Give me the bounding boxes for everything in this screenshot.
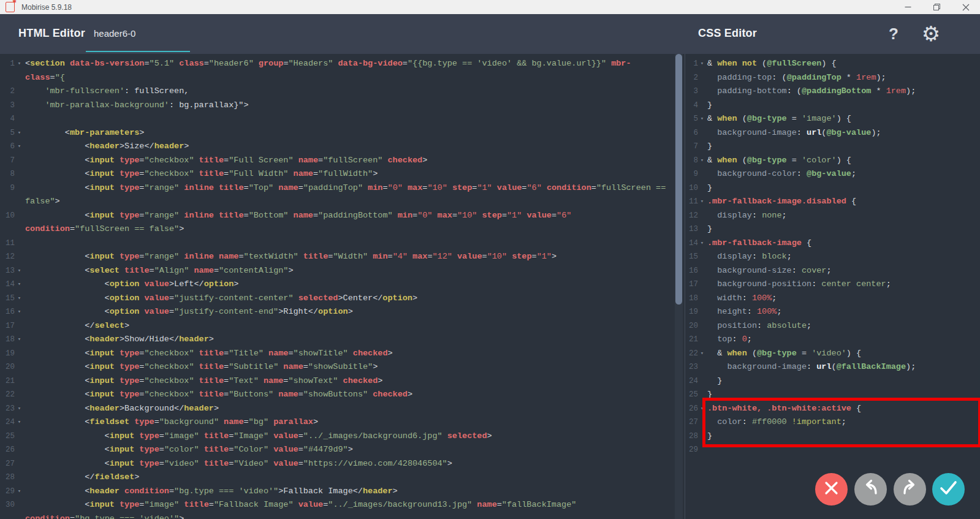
redo-icon	[894, 472, 926, 507]
fold-arrow-icon[interactable]: ▾	[15, 264, 24, 278]
line-number: 15	[688, 250, 698, 264]
fold-gutter	[15, 112, 24, 126]
help-icon[interactable]: ?	[883, 21, 904, 47]
fold-arrow-icon[interactable]: ▾	[698, 347, 706, 361]
code-line: 17 </select>	[0, 319, 675, 333]
code-line: 13}	[685, 222, 980, 237]
code-line: 7 <input type="checkbox" title="Full Scr…	[0, 154, 675, 168]
fold-gutter	[698, 388, 706, 402]
line-number: 9	[688, 167, 698, 181]
line-number: 7	[2, 154, 15, 168]
line-number: 30	[2, 498, 15, 512]
fold-gutter	[15, 388, 24, 402]
fold-arrow-icon[interactable]: ▾	[15, 292, 24, 306]
cancel-button[interactable]	[815, 473, 848, 506]
line-number: 17	[2, 319, 15, 333]
code-line: 6▾ <header>Size</header>	[0, 140, 675, 154]
line-number: 3	[688, 85, 698, 99]
tab-active-underline	[86, 51, 190, 52]
code-line: 13▾ <select title="Align" name="contentA…	[0, 264, 675, 278]
code-line: 12 display: none;	[685, 209, 980, 223]
fold-arrow-icon[interactable]: ▾	[15, 415, 24, 430]
fold-arrow-icon[interactable]: ▾	[15, 57, 24, 71]
fold-gutter	[698, 222, 706, 237]
css-code-editor[interactable]: 1▾& when not (@fullScreen) {2 padding-to…	[685, 54, 980, 519]
line-number: 25	[688, 388, 698, 402]
panel-divider	[685, 54, 685, 519]
fold-arrow-icon[interactable]: ▾	[15, 485, 24, 499]
code-line: 14▾.mbr-fallback-image {	[685, 237, 980, 251]
line-number: 27	[2, 457, 15, 471]
code-line: 23 background-image: url(@fallBackImage)…	[685, 360, 980, 374]
undo-button[interactable]	[854, 473, 887, 506]
fold-gutter	[15, 209, 24, 223]
code-line: 22 <input type="checkbox" title="Buttons…	[0, 388, 675, 402]
line-number: 21	[688, 333, 698, 347]
code-line: condition="fullScreen == false">	[0, 222, 675, 237]
code-line: condition="bg.type === 'video'">	[0, 512, 675, 519]
code-line: 15▾ <option value="justify-content-cente…	[0, 292, 675, 306]
redo-button[interactable]	[894, 473, 926, 506]
line-number: 5	[688, 112, 698, 126]
fold-gutter	[15, 222, 24, 237]
code-line: 21 top: 0;	[685, 333, 980, 347]
fold-arrow-icon[interactable]: ▾	[698, 195, 706, 209]
line-number: 9	[2, 181, 15, 195]
scrollbar-thumb[interactable]	[675, 54, 682, 305]
fold-arrow-icon[interactable]: ▾	[15, 333, 24, 347]
tab-header6-0[interactable]: header6-0	[86, 14, 190, 54]
fold-arrow-icon[interactable]: ▾	[15, 305, 24, 319]
fold-arrow-icon[interactable]: ▾	[15, 278, 24, 292]
line-number: 13	[688, 222, 698, 237]
code-line: 23▾ <header>Background</header>	[0, 402, 675, 416]
fold-arrow-icon[interactable]: ▾	[698, 237, 706, 251]
fold-arrow-icon[interactable]: ▾	[15, 140, 24, 154]
fold-arrow-icon[interactable]: ▾	[698, 112, 706, 126]
fold-gutter	[15, 99, 24, 113]
code-line: 26▾.btn-white, .btn-white:active {	[685, 402, 980, 416]
fold-gutter	[698, 126, 706, 140]
line-number: 18	[2, 333, 15, 347]
fold-gutter	[15, 360, 24, 374]
line-number: 10	[2, 209, 15, 223]
fold-arrow-icon[interactable]: ▾	[15, 402, 24, 416]
fold-gutter	[698, 374, 706, 388]
code-line: 28}	[685, 430, 980, 444]
minimize-button[interactable]	[894, 0, 922, 14]
code-line: 3 padding-bottom: (@paddingBottom * 1rem…	[685, 85, 980, 99]
code-line: 3 'mbr-parallax-background': bg.parallax…	[0, 99, 675, 113]
fold-gutter	[15, 457, 24, 471]
code-line: 18 width: 100%;	[685, 292, 980, 306]
css-editor-title: CSS Editor	[698, 27, 757, 40]
fold-gutter	[15, 374, 24, 388]
fold-arrow-icon[interactable]: ▾	[698, 154, 706, 168]
line-number: 26	[2, 443, 15, 457]
fold-gutter	[698, 278, 706, 292]
close-button[interactable]	[951, 0, 980, 14]
line-number: 1	[2, 57, 15, 71]
fold-gutter	[698, 250, 706, 264]
fold-gutter	[15, 167, 24, 181]
html-editor-title: HTML Editor	[18, 27, 85, 40]
apply-button[interactable]	[932, 473, 965, 506]
line-number: 12	[688, 209, 698, 223]
fold-gutter	[15, 237, 24, 251]
line-number: 17	[688, 278, 698, 292]
app-title: Mobirise 5.9.18	[21, 3, 72, 12]
gear-icon[interactable]: ⚙	[918, 20, 944, 47]
fold-gutter	[15, 471, 24, 485]
code-line: 2 'mbr-fullscreen': fullScreen,	[0, 85, 675, 99]
tab-label: header6-0	[94, 28, 135, 39]
code-line: false">	[0, 195, 675, 209]
html-code-editor[interactable]: 1▾<section data-bs-version="5.1" class="…	[0, 54, 675, 519]
code-line: 29▾ <header condition="bg.type === 'vide…	[0, 485, 675, 499]
line-number: 16	[688, 264, 698, 278]
line-number: 2	[688, 71, 698, 85]
fold-arrow-icon[interactable]: ▾	[15, 126, 24, 140]
line-number: 5	[2, 126, 15, 140]
maximize-button[interactable]	[922, 0, 951, 14]
line-number: 7	[688, 140, 698, 154]
line-number: 20	[2, 360, 15, 374]
fold-arrow-icon[interactable]: ▾	[698, 57, 706, 71]
fold-arrow-icon[interactable]: ▾	[698, 402, 706, 416]
